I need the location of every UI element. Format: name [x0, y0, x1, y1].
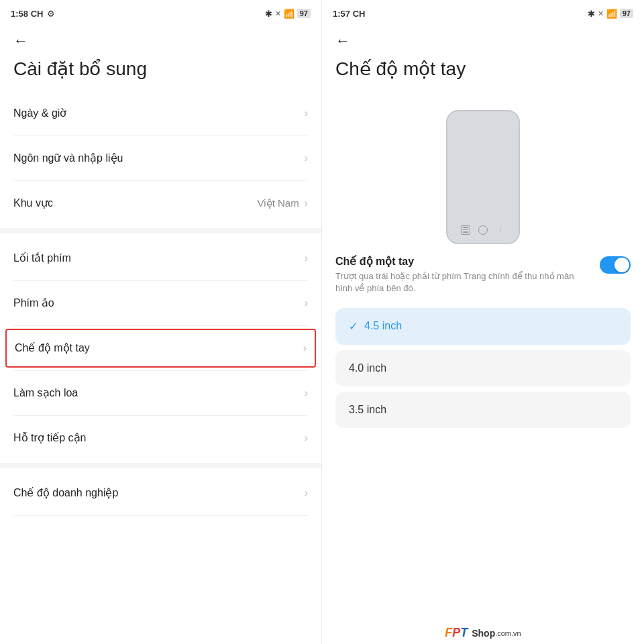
- menu-item-virtualkey[interactable]: Phím ảo ›: [0, 284, 321, 323]
- size-label-3.5: 3.5 inch: [349, 404, 386, 416]
- chevron-enterprise: ›: [305, 487, 308, 499]
- chevron-onehand: ›: [303, 342, 307, 354]
- divider-5: [13, 370, 308, 371]
- menu-item-datetime[interactable]: Ngày & giờ ›: [0, 94, 321, 133]
- onehand-toggle[interactable]: [600, 256, 631, 274]
- nav-home-icon: [478, 225, 488, 235]
- x-icon: ✕: [275, 9, 281, 18]
- left-status-bar: 1:58 CH ⚙ ✱ ✕ 📶 97: [0, 0, 321, 24]
- right-wifi-icon: 📶: [606, 9, 617, 19]
- size-option-4.0[interactable]: 4.0 inch: [335, 350, 631, 386]
- size-label-4.5: 4.5 inch: [364, 320, 402, 332]
- right-x-icon: ✕: [598, 9, 604, 18]
- setting-section: Chế độ một tay Trượt qua trái hoặc phải …: [322, 255, 644, 300]
- left-menu-list: Ngày & giờ › Ngôn ngữ và nhập liệu › Khu…: [0, 94, 321, 644]
- divider-6: [13, 415, 308, 416]
- setting-text: Chế độ một tay Trượt qua trái hoặc phải …: [335, 255, 592, 294]
- size-options: ✓ 4.5 inch 4.0 inch 3.5 inch: [322, 300, 644, 428]
- size-label-4.0: 4.0 inch: [349, 362, 386, 374]
- right-status-icons: ✱ ✕ 📶 97: [588, 9, 633, 19]
- divider-7: [13, 515, 308, 516]
- chevron-datetime: ›: [305, 107, 308, 119]
- phone-nav-bar: ‹: [461, 225, 505, 235]
- divider-4: [13, 325, 308, 326]
- right-battery: 97: [620, 9, 633, 18]
- menu-item-accessibility[interactable]: Hỗ trợ tiếp cận ›: [0, 419, 321, 458]
- right-time: 1:57 CH: [333, 9, 365, 19]
- thick-divider-1: [0, 228, 321, 233]
- nav-menu-icon: [461, 225, 470, 235]
- right-page-title: Chế độ một tay: [322, 52, 644, 94]
- watermark-fpt: FPT: [445, 626, 468, 640]
- left-status-icons: ✱ ✕ 📶 97: [265, 9, 311, 19]
- menu-item-cleaner[interactable]: Làm sạch loa ›: [0, 374, 321, 413]
- watermark-shop: Shop: [469, 628, 495, 639]
- chevron-accessibility: ›: [305, 432, 308, 444]
- setting-description: Trượt qua trái hoặc phải từ phím Trang c…: [335, 270, 592, 294]
- size-option-3.5[interactable]: 3.5 inch: [335, 392, 631, 428]
- wifi-icon: 📶: [284, 9, 294, 19]
- right-status-bar: 1:57 CH ✱ ✕ 📶 97: [322, 0, 644, 24]
- chevron-language: ›: [305, 152, 308, 164]
- menu-item-language[interactable]: Ngôn ngữ và nhập liệu ›: [0, 139, 321, 178]
- phone-illustration: ‹: [322, 94, 644, 255]
- chevron-region: ›: [305, 197, 308, 209]
- size-option-4.5[interactable]: ✓ 4.5 inch: [335, 308, 631, 345]
- divider-1: [13, 136, 308, 136]
- thick-divider-2: [0, 463, 321, 468]
- chevron-virtualkey: ›: [305, 297, 308, 309]
- setting-title: Chế độ một tay: [335, 255, 592, 268]
- check-icon-4.5: ✓: [349, 320, 358, 333]
- menu-item-enterprise[interactable]: Chế độ doanh nghiệp ›: [0, 474, 321, 513]
- divider-2: [13, 180, 308, 181]
- left-back-button[interactable]: ←: [0, 24, 321, 52]
- bluetooth-icon: ✱: [265, 9, 272, 19]
- left-page-title: Cài đặt bổ sung: [0, 52, 321, 94]
- setting-row: Chế độ một tay Trượt qua trái hoặc phải …: [335, 255, 631, 294]
- right-panel: 1:57 CH ✱ ✕ 📶 97 ← Chế độ một tay ‹: [322, 0, 644, 644]
- left-battery: 97: [297, 9, 311, 18]
- menu-item-onehand[interactable]: Chế độ một tay ›: [5, 329, 316, 368]
- left-time: 1:58 CH: [11, 9, 43, 19]
- chevron-cleaner: ›: [305, 387, 308, 399]
- right-bluetooth-icon: ✱: [588, 9, 595, 19]
- divider-3: [13, 280, 308, 281]
- toggle-knob: [614, 258, 629, 272]
- nav-back-icon: ‹: [496, 225, 505, 235]
- menu-item-region[interactable]: Khu vực Việt Nam ›: [0, 184, 321, 223]
- watermark-com: .com.vn: [495, 629, 521, 637]
- phone-shape: ‹: [446, 110, 520, 244]
- footer-watermark: FPT Shop .com.vn: [322, 621, 644, 644]
- menu-item-shortcut[interactable]: Lối tắt phím ›: [0, 239, 321, 278]
- left-panel: 1:58 CH ⚙ ✱ ✕ 📶 97 ← Cài đặt bổ sung Ngà…: [0, 0, 322, 644]
- right-back-button[interactable]: ←: [322, 24, 644, 52]
- settings-icon: ⚙: [47, 9, 55, 19]
- chevron-shortcut: ›: [305, 252, 308, 264]
